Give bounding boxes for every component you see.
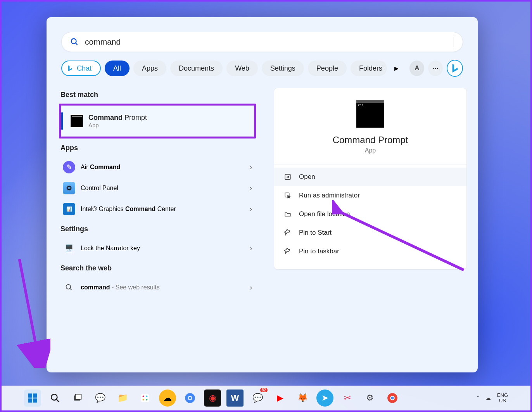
svg-point-23 <box>189 397 192 400</box>
best-match-subtitle: App <box>88 122 147 128</box>
bing-chat-button[interactable] <box>447 60 463 77</box>
svg-point-0 <box>71 39 76 44</box>
admin-icon <box>283 192 292 199</box>
apps-header: Apps <box>60 144 254 152</box>
action-label: Run as administrator <box>299 192 360 199</box>
search-icon <box>63 281 75 294</box>
filter-tab-web[interactable]: Web <box>226 61 258 76</box>
filter-tab-apps[interactable]: Apps <box>133 61 166 76</box>
control-panel-icon: ⚙ <box>63 182 75 194</box>
user-avatar[interactable]: A <box>409 61 424 76</box>
action-label: Open file location <box>299 210 350 218</box>
chat-tab-label: Chat <box>77 64 92 73</box>
best-match-title: Command Prompt <box>88 114 147 122</box>
detail-header: Command Prompt App <box>274 100 466 164</box>
action-open-location[interactable]: Open file location <box>274 205 466 223</box>
best-match-header: Best match <box>60 91 254 99</box>
action-pin-taskbar[interactable]: Pin to taskbar <box>274 242 466 261</box>
taskbar-search-button[interactable] <box>47 389 64 407</box>
detail-title: Command Prompt <box>333 135 408 145</box>
chat-tab[interactable]: Chat <box>61 61 101 76</box>
svg-line-13 <box>56 399 59 402</box>
chevron-right-icon: › <box>250 284 252 292</box>
filter-tab-people[interactable]: People <box>308 61 347 76</box>
folder-icon <box>283 211 292 218</box>
svg-rect-11 <box>33 398 37 403</box>
settings-header: Settings <box>60 225 254 233</box>
svg-point-26 <box>391 397 394 400</box>
air-command-icon: ✎ <box>63 161 75 173</box>
taskbar-chrome2-icon[interactable] <box>384 389 401 407</box>
taskbar-whatsapp-icon[interactable]: 💬82 <box>249 389 266 407</box>
action-pin-start[interactable]: Pin to Start <box>274 223 466 242</box>
filter-scroll-right[interactable]: ▶ <box>391 65 402 71</box>
command-prompt-large-icon <box>356 100 384 128</box>
action-label: Pin to taskbar <box>299 248 339 255</box>
search-input[interactable] <box>85 37 451 47</box>
pin-start-icon <box>283 229 292 236</box>
action-label: Pin to Start <box>299 229 332 237</box>
app-result-label: Control Panel <box>81 185 118 192</box>
app-result-label: Air Command <box>81 164 120 171</box>
results-area: Best match Command Prompt App Apps ✎ Air… <box>47 82 478 372</box>
taskbar-slack-icon[interactable] <box>136 389 154 407</box>
taskbar-explorer-icon[interactable]: 📁 <box>114 389 131 407</box>
action-run-admin[interactable]: Run as administrator <box>274 186 466 205</box>
filter-tab-settings[interactable]: Settings <box>262 61 304 76</box>
svg-point-20 <box>146 399 147 400</box>
chevron-right-icon: › <box>250 184 252 192</box>
taskbar-chat-icon[interactable]: 💬 <box>92 389 109 407</box>
taskbar-snip-icon[interactable]: ✂ <box>339 389 356 407</box>
settings-result-narrator-lock[interactable]: 🖥️ Lock the Narrator key › <box>59 238 256 259</box>
svg-point-18 <box>146 396 147 397</box>
svg-point-19 <box>143 399 144 400</box>
filter-tab-folders[interactable]: Folders <box>351 61 387 76</box>
detail-card: Command Prompt App Open Run as administr… <box>274 88 467 270</box>
action-label: Open <box>299 173 315 181</box>
filter-tab-documents[interactable]: Documents <box>170 61 223 76</box>
annotation-highlight: Command Prompt App <box>59 104 256 138</box>
best-match-item[interactable]: Command Prompt App <box>61 106 254 137</box>
tray-onedrive-icon[interactable]: ☁ <box>485 395 491 401</box>
start-button[interactable] <box>24 389 41 407</box>
taskbar-app-icon[interactable]: ☁ <box>159 389 176 407</box>
search-icon <box>70 38 79 46</box>
language-indicator[interactable]: ENG US <box>497 393 508 404</box>
taskbar-youtube-icon[interactable]: ▶ <box>271 389 288 407</box>
detail-actions: Open Run as administrator Open file loca… <box>274 164 466 264</box>
taskbar-word-icon[interactable]: W <box>226 389 244 407</box>
svg-rect-9 <box>33 393 37 398</box>
taskbar-chrome-icon[interactable] <box>181 389 199 407</box>
chevron-right-icon: › <box>250 163 252 171</box>
taskbar-firefox-icon[interactable]: 🦊 <box>294 389 311 407</box>
chevron-right-icon: › <box>250 244 252 253</box>
action-open[interactable]: Open <box>274 168 466 186</box>
svg-rect-16 <box>141 394 149 402</box>
taskbar-app2-icon[interactable]: ◉ <box>204 389 221 407</box>
system-tray: ˄ ☁ ENG US <box>477 393 508 404</box>
filter-tab-all[interactable]: All <box>105 61 130 76</box>
web-result-command[interactable]: command - See web results › <box>59 277 256 298</box>
web-result-label: command - See web results <box>81 284 160 291</box>
svg-point-2 <box>66 285 71 289</box>
app-result-air-command[interactable]: ✎ Air Command › <box>59 157 256 178</box>
taskbar-telegram-icon[interactable]: ➤ <box>316 389 333 407</box>
app-result-control-panel[interactable]: ⚙ Control Panel › <box>59 178 256 199</box>
tray-chevron-up-icon[interactable]: ˄ <box>477 395 479 401</box>
results-left-column: Best match Command Prompt App Apps ✎ Air… <box>47 82 263 372</box>
task-view-button[interactable] <box>69 389 86 407</box>
open-icon <box>283 173 292 180</box>
app-result-intel-graphics[interactable]: 📊 Intel® Graphics Command Center › <box>59 199 256 220</box>
pin-taskbar-icon <box>283 248 292 255</box>
taskbar-settings-icon[interactable]: ⚙ <box>361 389 378 407</box>
text-cursor <box>454 37 454 47</box>
more-button[interactable]: ⋯ <box>428 61 443 76</box>
narrator-icon: 🖥️ <box>63 242 75 254</box>
search-bar[interactable] <box>61 32 463 52</box>
taskbar: 💬 📁 ☁ ◉ W 💬82 ▶ 🦊 ➤ ✂ ⚙ ˄ ☁ ENG US <box>2 386 530 410</box>
command-prompt-icon <box>71 115 83 127</box>
search-web-header: Search the web <box>60 264 254 272</box>
svg-point-17 <box>143 396 144 397</box>
svg-line-3 <box>70 289 72 290</box>
app-result-label: Intel® Graphics Command Center <box>81 206 176 213</box>
